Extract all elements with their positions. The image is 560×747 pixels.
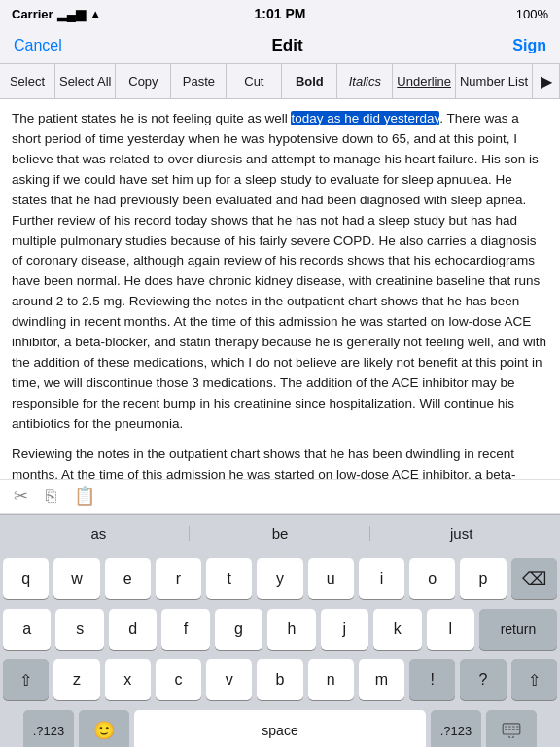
- key-b[interactable]: b: [257, 659, 302, 700]
- underline-button[interactable]: Underline: [393, 64, 456, 98]
- italics-button[interactable]: Italics: [337, 64, 393, 98]
- status-bar: Carrier ▂▄▆ ▲ 1:01 PM 100%: [0, 0, 560, 27]
- shift-key-right[interactable]: ⇧: [511, 659, 557, 700]
- key-y[interactable]: y: [257, 558, 302, 599]
- paste-icon[interactable]: 📋: [74, 485, 95, 507]
- space-key[interactable]: space: [134, 710, 426, 747]
- key-q[interactable]: q: [3, 558, 49, 599]
- key-v[interactable]: v: [206, 659, 252, 700]
- key-c[interactable]: c: [156, 659, 201, 700]
- key-s[interactable]: s: [55, 609, 103, 650]
- key-w[interactable]: w: [53, 558, 99, 599]
- key-r[interactable]: r: [156, 558, 201, 599]
- selected-text: today as he did yesterday: [291, 111, 439, 125]
- select-all-button[interactable]: Select All: [55, 64, 116, 98]
- key-e[interactable]: e: [105, 558, 151, 599]
- paragraph-2: Reviewing the notes in the outpatient ch…: [12, 445, 548, 479]
- status-left: Carrier ▂▄▆ ▲: [12, 7, 102, 21]
- shift-key-left[interactable]: ⇧: [3, 659, 49, 700]
- clipboard-bar: ✂ ⎘ 📋: [0, 479, 560, 514]
- autocorrect-option-3[interactable]: just: [370, 521, 552, 546]
- key-a[interactable]: a: [3, 609, 51, 650]
- key-o[interactable]: o: [409, 558, 455, 599]
- key-f[interactable]: f: [161, 609, 209, 650]
- select-button[interactable]: Select: [0, 64, 55, 98]
- autocorrect-option-1[interactable]: as: [8, 521, 190, 546]
- autocorrect-option-2[interactable]: be: [190, 521, 371, 546]
- key-m[interactable]: m: [359, 659, 404, 700]
- bold-button[interactable]: Bold: [282, 64, 337, 98]
- emoji-key[interactable]: 🙂: [79, 710, 129, 747]
- key-z[interactable]: z: [53, 659, 99, 700]
- signal-icon: ▂▄▆: [57, 7, 86, 21]
- key-n[interactable]: n: [308, 659, 354, 700]
- key-question[interactable]: ?: [460, 659, 506, 700]
- keyboard-row-2: a s d f g h j k l return: [3, 609, 557, 650]
- text-content-area[interactable]: The patient states he is not feeling qui…: [0, 99, 560, 479]
- key-k[interactable]: k: [373, 609, 421, 650]
- delete-key[interactable]: ⌫: [511, 558, 557, 599]
- key-t[interactable]: t: [206, 558, 252, 599]
- key-exclamation[interactable]: !: [409, 659, 455, 700]
- num-key-right[interactable]: .?123: [431, 710, 481, 747]
- keyboard-hide-key[interactable]: [486, 710, 537, 747]
- keyboard-row-3: ⇧ z x c v b n m ! ? ⇧: [3, 659, 557, 700]
- wifi-icon: ▲: [89, 7, 102, 21]
- edit-toolbar: Select Select All Copy Paste Cut Bold It…: [0, 64, 560, 99]
- key-p[interactable]: p: [460, 558, 506, 599]
- keyboard-row-4: .?123 🙂 space .?123: [3, 710, 557, 747]
- copy-icon[interactable]: ⎘: [46, 486, 56, 507]
- autocorrect-bar: as be just: [0, 514, 560, 552]
- toolbar-more-button[interactable]: ▶: [533, 64, 560, 98]
- paragraph-1: The patient states he is not feeling qui…: [12, 109, 548, 435]
- cancel-button[interactable]: Cancel: [14, 37, 62, 54]
- keyboard-row-1: q w e r t y u i o p ⌫: [3, 558, 557, 599]
- keyboard: q w e r t y u i o p ⌫ a s d f g h j k l …: [0, 552, 560, 747]
- copy-button[interactable]: Copy: [116, 64, 171, 98]
- sign-button[interactable]: Sign: [512, 37, 546, 54]
- key-g[interactable]: g: [215, 609, 262, 650]
- num-key-left[interactable]: .?123: [23, 710, 74, 747]
- key-j[interactable]: j: [321, 609, 368, 650]
- key-u[interactable]: u: [308, 558, 354, 599]
- key-i[interactable]: i: [359, 558, 404, 599]
- cut-button[interactable]: Cut: [227, 64, 282, 98]
- number-list-button[interactable]: Number List: [456, 64, 533, 98]
- paste-button[interactable]: Paste: [171, 64, 227, 98]
- key-x[interactable]: x: [105, 659, 151, 700]
- nav-bar: Cancel Edit Sign: [0, 27, 560, 64]
- battery-status: 100%: [516, 7, 548, 21]
- key-d[interactable]: d: [109, 609, 157, 650]
- key-l[interactable]: l: [427, 609, 474, 650]
- return-key[interactable]: return: [479, 609, 557, 650]
- key-h[interactable]: h: [267, 609, 315, 650]
- carrier-label: Carrier: [12, 7, 53, 21]
- status-time: 1:01 PM: [255, 6, 306, 21]
- svg-rect-0: [503, 724, 520, 734]
- cut-icon[interactable]: ✂: [14, 485, 28, 507]
- nav-title: Edit: [272, 36, 303, 55]
